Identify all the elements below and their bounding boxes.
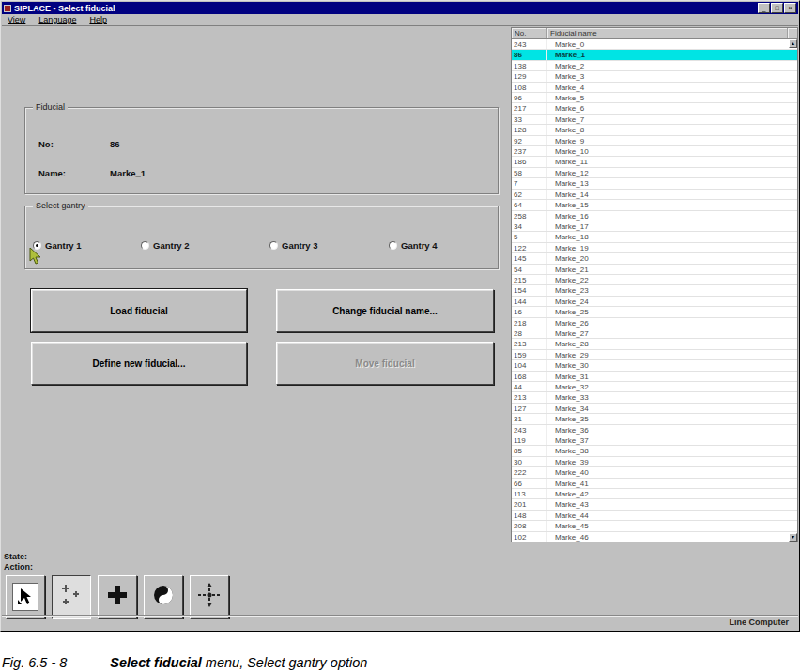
close-button[interactable]: ×: [784, 3, 796, 13]
table-row[interactable]: 31 Marke_35: [512, 414, 797, 424]
table-row[interactable]: 44 Marke_32: [512, 382, 797, 392]
minimize-button[interactable]: _: [758, 3, 770, 13]
cell-fiducial-name: Marke_15: [547, 200, 797, 209]
table-row[interactable]: 7 Marke_13: [512, 178, 797, 189]
table-row[interactable]: 85 Marke_38: [512, 446, 797, 456]
cell-no: 102: [512, 532, 547, 542]
bottom-toolbar: [6, 575, 229, 620]
table-row[interactable]: 34 Marke_17: [512, 221, 797, 232]
table-row[interactable]: 64 Marke_15: [512, 200, 797, 210]
cell-no: 201: [512, 499, 547, 509]
scroll-up-icon[interactable]: ▴: [789, 39, 797, 48]
gantry-radio-label: Gantry 2: [153, 240, 190, 251]
cell-no: 92: [512, 136, 547, 145]
table-row[interactable]: 237 Marke_10: [512, 146, 797, 157]
table-row[interactable]: 243 Marke_36: [512, 425, 797, 435]
column-header-no[interactable]: No.: [512, 28, 547, 38]
column-header-fiducial-name[interactable]: Fiducial name: [547, 28, 788, 38]
gantry-radio-option[interactable]: Gantry 4: [389, 240, 438, 251]
table-row[interactable]: 16 Marke_25: [512, 307, 797, 317]
table-row[interactable]: 218 Marke_26: [512, 318, 797, 328]
scroll-down-icon[interactable]: ▾: [789, 533, 797, 542]
cell-fiducial-name: Marke_19: [547, 243, 797, 252]
cell-fiducial-name: Marke_28: [547, 339, 797, 348]
cell-fiducial-name: Marke_22: [547, 275, 797, 284]
cell-no: 33: [512, 115, 547, 124]
table-row[interactable]: 129 Marke_3: [512, 71, 797, 82]
gantry-radio-option[interactable]: Gantry 3: [269, 240, 318, 251]
table-row[interactable]: 30 Marke_39: [512, 457, 797, 467]
table-row[interactable]: 119 Marke_37: [512, 435, 797, 446]
fiducial-no-value: 86: [110, 139, 120, 149]
table-row[interactable]: 144 Marke_24: [512, 297, 797, 307]
list-scrollbar[interactable]: ▴ ▾: [789, 39, 797, 542]
fiducial-marks-tool-button[interactable]: [52, 575, 91, 619]
fiducial-name-value: Marke_1: [110, 168, 146, 178]
cell-fiducial-name: Marke_21: [547, 265, 797, 274]
table-row[interactable]: 96 Marke_5: [512, 93, 797, 103]
change-fiducial-name-button[interactable]: Change fiducial name...: [276, 289, 494, 332]
cell-fiducial-name: Marke_37: [547, 435, 797, 445]
radio-icon[interactable]: [389, 241, 397, 250]
cell-fiducial-name: Marke_31: [547, 372, 797, 381]
menu-language[interactable]: Language: [38, 15, 76, 24]
table-row[interactable]: 222 Marke_40: [512, 467, 797, 478]
table-row[interactable]: 243 Marke_0: [512, 39, 797, 50]
radio-icon[interactable]: [269, 241, 278, 250]
table-row[interactable]: 58 Marke_12: [512, 168, 797, 178]
table-row[interactable]: 92 Marke_9: [512, 136, 797, 146]
table-row[interactable]: 108 Marke_4: [512, 83, 797, 93]
fiducial-list: No. Fiducial name 243 Marke_0 86 Marke_1…: [511, 27, 798, 542]
table-row[interactable]: 127 Marke_34: [512, 404, 797, 414]
table-row[interactable]: 217 Marke_6: [512, 103, 797, 114]
table-row[interactable]: 145 Marke_20: [512, 253, 797, 264]
table-row[interactable]: 138 Marke_2: [512, 61, 797, 71]
cell-fiducial-name: Marke_3: [547, 71, 797, 81]
table-row[interactable]: 54 Marke_21: [512, 265, 797, 275]
radio-icon[interactable]: [141, 241, 149, 250]
maximize-button[interactable]: □: [771, 3, 783, 13]
table-row[interactable]: 122 Marke_19: [512, 243, 797, 253]
cell-fiducial-name: Marke_17: [547, 221, 797, 231]
table-row[interactable]: 128 Marke_8: [512, 125, 797, 135]
table-row[interactable]: 186 Marke_11: [512, 157, 797, 167]
crosshair-tool-button[interactable]: [98, 575, 137, 619]
table-row[interactable]: 28 Marke_27: [512, 328, 797, 339]
table-row[interactable]: 213 Marke_28: [512, 339, 797, 349]
table-row[interactable]: 113 Marke_42: [512, 489, 797, 499]
table-row[interactable]: 102 Marke_46: [512, 532, 797, 542]
table-row[interactable]: 104 Marke_30: [512, 360, 797, 371]
align-tool-button[interactable]: [190, 575, 229, 619]
table-row[interactable]: 213 Marke_33: [512, 392, 797, 403]
table-row[interactable]: 66 Marke_41: [512, 479, 797, 489]
menu-view[interactable]: View: [8, 15, 25, 24]
cell-no: 108: [512, 83, 547, 92]
camera-tool-button[interactable]: [144, 575, 183, 619]
gantry-options: Gantry 1 Gantry 2 Gantry 3 Gantry 4: [25, 240, 498, 255]
table-row[interactable]: 201 Marke_43: [512, 499, 797, 510]
table-row[interactable]: 168 Marke_31: [512, 372, 797, 382]
table-row[interactable]: 208 Marke_45: [512, 521, 797, 531]
table-row[interactable]: 154 Marke_23: [512, 285, 797, 296]
table-row[interactable]: 215 Marke_22: [512, 275, 797, 285]
figure-subtitle: menu, Select gantry option: [202, 655, 368, 670]
cell-no: 213: [512, 339, 547, 348]
cell-fiducial-name: Marke_26: [547, 318, 797, 328]
cell-fiducial-name: Marke_40: [547, 467, 797, 477]
cell-no: 208: [512, 521, 547, 530]
move-fiducial-button: Move fiducial: [276, 342, 494, 385]
menu-help[interactable]: Help: [89, 15, 107, 24]
cell-fiducial-name: Marke_6: [547, 103, 797, 113]
table-row[interactable]: 258 Marke_16: [512, 211, 797, 221]
table-row[interactable]: 33 Marke_7: [512, 115, 797, 125]
table-row[interactable]: 86 Marke_1: [512, 50, 797, 60]
load-fiducial-button[interactable]: Load fiducial: [31, 289, 247, 332]
table-row[interactable]: 5 Marke_18: [512, 232, 797, 242]
cell-fiducial-name: Marke_5: [547, 93, 797, 102]
table-row[interactable]: 62 Marke_14: [512, 190, 797, 200]
select-tool-button[interactable]: [6, 575, 45, 619]
table-row[interactable]: 148 Marke_44: [512, 511, 797, 521]
define-new-fiducial-button[interactable]: Define new fiducial...: [31, 342, 247, 385]
table-row[interactable]: 159 Marke_29: [512, 350, 797, 360]
gantry-radio-option[interactable]: Gantry 2: [141, 240, 190, 251]
